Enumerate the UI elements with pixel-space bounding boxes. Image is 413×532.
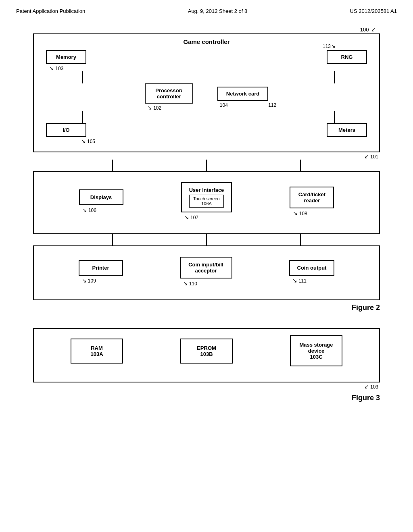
mass-storage-label: Mass storagedevice103C (299, 342, 333, 360)
header-right: US 2012/202581 A1 (350, 8, 397, 14)
displays-container: Displays ↘ 106 (79, 189, 123, 205)
touch-screen-box: Touch screen106A (189, 195, 224, 208)
ram-label: RAM103A (90, 345, 103, 357)
connectors-mid (42, 111, 371, 123)
processor-container: Processor/controller ↘ 102 (145, 83, 193, 104)
connectors-top (42, 71, 371, 83)
coin-input-container: Coin input/billacceptor ↘ 110 (180, 257, 232, 278)
row-displays-ui-card: Displays ↘ 106 User interface Touch scre… (42, 176, 371, 219)
network-card-container: Network card 104 112 (217, 87, 268, 101)
line-l2l3-left (112, 234, 113, 245)
connectors-l2-l3 (33, 234, 380, 245)
rng-line (334, 71, 335, 83)
ref-100-arrow: ↙ (371, 26, 376, 33)
processor-box: Processor/controller (145, 83, 193, 104)
memory-label: Memory (56, 54, 76, 60)
processor-line (82, 111, 83, 123)
eprom-box: EPROM103B (180, 339, 233, 364)
touch-screen-label: Touch screen106A (193, 196, 219, 206)
displays-box: Displays (79, 189, 123, 205)
coin-output-box: Coin output (289, 260, 335, 276)
figure2-label: Figure 2 (33, 303, 380, 312)
printer-label: Printer (92, 265, 109, 271)
game-controller-block: Game controller Memory ↘ 103 113↘ (33, 33, 380, 152)
card-ticket-container: Card/ticketreader ↘ 108 (290, 187, 334, 208)
coin-output-container: Coin output ↘ 111 (289, 260, 335, 276)
io-box: I/O (46, 123, 86, 137)
header-mid: Aug. 9, 2012 Sheet 2 of 8 (188, 8, 247, 14)
card-ticket-ref: ↘ 108 (293, 210, 307, 216)
displays-ref: ↘ 106 (82, 207, 96, 213)
game-controller-title: Game controller (42, 38, 371, 45)
row-memory-rng: Memory ↘ 103 113↘ RNG (42, 50, 371, 64)
network-ref: 104 (220, 102, 228, 108)
coin-input-ref: ↘ 110 (183, 280, 197, 287)
rng-box: RNG (327, 50, 367, 64)
meters-container: Meters (327, 123, 367, 137)
network-card-box: Network card (217, 87, 268, 101)
processor-ref: ↘ 102 (147, 104, 161, 111)
user-interface-box: User interface Touch screen106A (181, 182, 232, 212)
level2-block: Displays ↘ 106 User interface Touch scre… (33, 171, 380, 234)
coin-output-label: Coin output (297, 265, 327, 271)
user-interface-container: User interface Touch screen106A ↘ 107 (181, 182, 232, 212)
rng-label: RNG (341, 54, 353, 60)
network-ref2: 112 (268, 102, 276, 108)
printer-ref: ↘ 109 (82, 277, 96, 284)
ram-box: RAM103A (71, 339, 123, 364)
line-l2l3-mid (206, 234, 207, 245)
coin-input-box: Coin input/billacceptor (180, 257, 232, 278)
line-l1l2-right (300, 160, 301, 171)
processor-label: Processor/controller (155, 87, 182, 100)
ref-100: 100 (360, 27, 369, 33)
memory-box: Memory (46, 50, 86, 64)
row-io-meters: I/O ↘ 105 Meters (42, 123, 371, 137)
connectors-l1-l2 (33, 160, 380, 171)
printer-box: Printer (79, 260, 123, 276)
line-l2l3-right (300, 234, 301, 245)
memory-line (82, 71, 83, 83)
mass-storage-container: Mass storagedevice103C (290, 335, 342, 366)
eprom-container: EPROM103B (180, 339, 233, 364)
user-interface-label: User interface (189, 187, 224, 193)
row-printer-coin-coinout: Printer ↘ 109 Coin input/billacceptor ↘ … (42, 250, 371, 285)
card-ticket-label: Card/ticketreader (298, 191, 325, 204)
figure3-label: Figure 3 (33, 394, 380, 402)
figure2-diagram: 100 ↙ Game controller Memory ↘ 103 (33, 26, 380, 402)
displays-label: Displays (90, 194, 112, 200)
io-ref: ↘ 105 (81, 138, 95, 144)
meters-line (334, 111, 335, 123)
rng-ref-top: 113↘ (323, 43, 336, 49)
page: Patent Application Publication Aug. 9, 2… (0, 0, 413, 532)
header: Patent Application Publication Aug. 9, 2… (16, 8, 397, 14)
card-ticket-box: Card/ticketreader (290, 187, 334, 208)
fig3-ref: ↙ 103 (33, 383, 378, 390)
ui-ref: ↘ 107 (184, 214, 198, 220)
rng-container: 113↘ RNG (327, 50, 367, 64)
coin-output-ref: ↘ 111 (292, 277, 307, 284)
meters-label: Meters (338, 127, 355, 133)
line-l1l2-mid (206, 160, 207, 171)
memory-container: Memory ↘ 103 (46, 50, 86, 64)
network-card-label: Network card (226, 91, 259, 97)
line-l1l2-left (112, 160, 113, 171)
figure3-box: RAM103A EPROM103B Mass storagedevice103C (33, 328, 380, 382)
ram-container: RAM103A (71, 339, 123, 364)
ref-101: ↙ 101 (33, 153, 378, 160)
header-left: Patent Application Publication (16, 8, 85, 14)
eprom-label: EPROM103B (197, 345, 216, 357)
level3-block: Printer ↘ 109 Coin input/billacceptor ↘ … (33, 245, 380, 300)
memory-ref: ↘ 103 (49, 65, 63, 71)
meters-box: Meters (327, 123, 367, 137)
fig3-row: RAM103A EPROM103B Mass storagedevice103C (42, 335, 371, 366)
coin-input-label: Coin input/billacceptor (188, 262, 223, 274)
row-processor-network: Processor/controller ↘ 102 Network card … (42, 83, 371, 104)
mass-storage-box: Mass storagedevice103C (290, 335, 342, 366)
printer-container: Printer ↘ 109 (79, 260, 123, 276)
io-label: I/O (63, 127, 69, 133)
figure3-diagram: RAM103A EPROM103B Mass storagedevice103C (33, 328, 380, 402)
io-container: I/O ↘ 105 (46, 123, 86, 137)
